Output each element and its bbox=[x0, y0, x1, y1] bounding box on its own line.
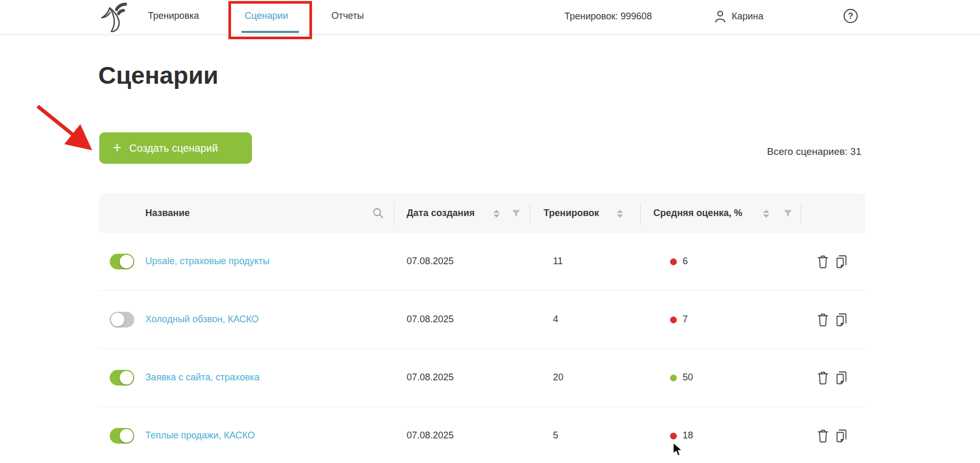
sort-trainings-button[interactable] bbox=[617, 210, 623, 218]
filter-score-icon[interactable] bbox=[783, 209, 793, 219]
scenario-trainings-count: 5 bbox=[553, 430, 558, 441]
plus-icon: + bbox=[113, 140, 121, 155]
total-scenarios-count: Всего сценариев: 31 bbox=[700, 146, 861, 157]
toggle-knob bbox=[120, 255, 133, 268]
bird-logo-icon bbox=[99, 2, 130, 33]
scenario-toggle[interactable] bbox=[110, 312, 134, 328]
header-divider bbox=[394, 203, 395, 224]
row-divider bbox=[99, 406, 865, 407]
header-divider bbox=[640, 203, 641, 224]
delete-button[interactable] bbox=[816, 370, 829, 385]
scenario-date: 07.08.2025 bbox=[407, 430, 454, 441]
annotation-rectangle bbox=[228, 1, 312, 39]
row-divider bbox=[99, 348, 865, 349]
annotation-arrow bbox=[30, 100, 101, 155]
column-header-score: Средняя оценка, % bbox=[653, 208, 742, 219]
tab-training[interactable]: Тренировка bbox=[148, 10, 199, 21]
scenario-toggle[interactable] bbox=[110, 370, 134, 386]
scenario-link[interactable]: Холодный обзвон, КАСКО bbox=[145, 314, 259, 325]
header-divider bbox=[801, 203, 801, 224]
question-mark-icon: ? bbox=[848, 12, 854, 21]
scenario-trainings-count: 4 bbox=[553, 314, 558, 325]
score-dot bbox=[670, 375, 677, 381]
duplicate-button[interactable] bbox=[834, 254, 848, 269]
column-header-date: Дата создания bbox=[407, 208, 475, 219]
tab-reports[interactable]: Отчеты bbox=[331, 10, 364, 21]
help-button[interactable]: ? bbox=[844, 9, 858, 23]
score-value: 50 bbox=[683, 372, 693, 383]
page-title: Сценарии bbox=[98, 61, 218, 89]
toggle-knob bbox=[120, 429, 133, 443]
create-scenario-button[interactable]: + Создать сценарий bbox=[99, 132, 252, 164]
sort-score-button[interactable] bbox=[763, 210, 769, 218]
scenario-link[interactable]: Заявка с сайта, страховка bbox=[145, 372, 260, 383]
score-value: 6 bbox=[683, 256, 688, 267]
duplicate-button[interactable] bbox=[834, 370, 848, 385]
table-header bbox=[99, 194, 865, 233]
scenario-date: 07.08.2025 bbox=[407, 314, 454, 325]
delete-button[interactable] bbox=[816, 254, 829, 269]
score-value: 7 bbox=[683, 314, 688, 325]
score-dot bbox=[670, 258, 677, 265]
scenario-toggle[interactable] bbox=[110, 254, 134, 269]
column-header-name: Название bbox=[145, 208, 190, 219]
scenario-toggle[interactable] bbox=[110, 428, 134, 444]
top-nav: Тренировка Сценарии Отчеты Тренировок: 9… bbox=[0, 0, 980, 35]
user-name: Карина bbox=[732, 11, 764, 22]
scenario-link[interactable]: Upsale, страховые продукты bbox=[145, 256, 270, 267]
duplicate-button[interactable] bbox=[834, 312, 848, 327]
sort-date-button[interactable] bbox=[493, 210, 500, 218]
score-value: 18 bbox=[683, 430, 693, 441]
trainings-counter: Тренировок: 999608 bbox=[564, 11, 652, 22]
filter-date-icon[interactable] bbox=[511, 209, 521, 219]
scenario-date: 07.08.2025 bbox=[407, 256, 454, 267]
scenario-date: 07.08.2025 bbox=[407, 372, 454, 383]
toggle-knob bbox=[111, 313, 124, 326]
scenario-trainings-count: 11 bbox=[553, 256, 563, 267]
scenarios-page: Тренировка Сценарии Отчеты Тренировок: 9… bbox=[0, 0, 980, 463]
toggle-knob bbox=[120, 371, 133, 385]
delete-button[interactable] bbox=[816, 428, 829, 443]
search-icon[interactable] bbox=[372, 207, 384, 219]
scenario-link[interactable]: Теплые продажи, КАСКО bbox=[145, 430, 255, 441]
duplicate-button[interactable] bbox=[834, 428, 848, 443]
row-divider bbox=[99, 290, 865, 291]
user-menu[interactable]: Карина bbox=[714, 9, 764, 23]
column-header-trainings: Тренировок bbox=[544, 208, 599, 219]
delete-button[interactable] bbox=[816, 312, 829, 327]
create-scenario-label: Создать сценарий bbox=[129, 142, 218, 154]
mouse-cursor bbox=[672, 442, 685, 458]
person-icon bbox=[714, 9, 727, 23]
header-divider bbox=[529, 203, 530, 224]
score-dot bbox=[670, 317, 677, 323]
scenario-trainings-count: 20 bbox=[553, 372, 563, 383]
score-dot bbox=[670, 433, 677, 439]
